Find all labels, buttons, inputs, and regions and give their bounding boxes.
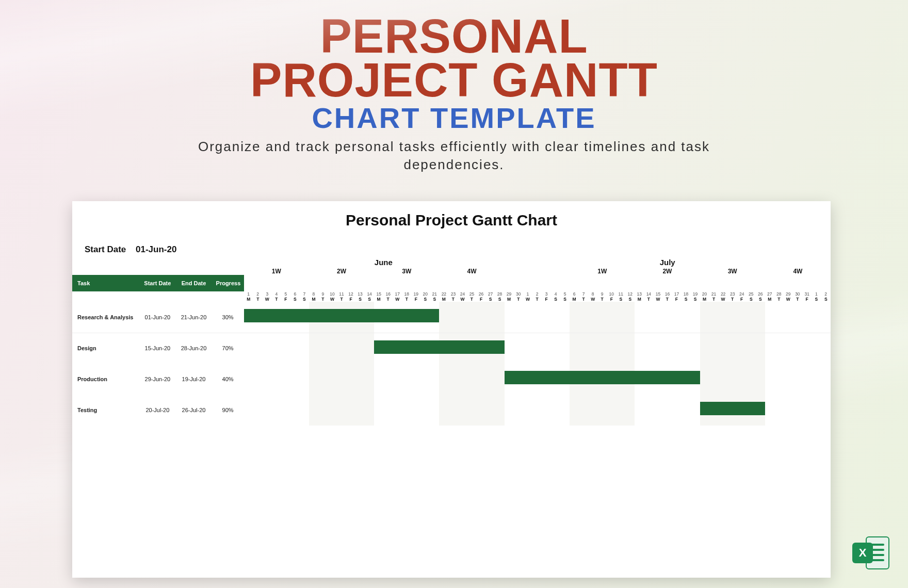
gantt-cell	[681, 364, 690, 395]
gantt-cell	[346, 395, 355, 426]
day-letter: T	[728, 297, 737, 302]
gantt-cell	[532, 333, 542, 364]
day-letter: M	[439, 297, 448, 302]
gantt-cell	[672, 364, 681, 395]
gantt-cell	[709, 395, 719, 426]
day-letter: S	[812, 297, 821, 302]
gantt-cell	[402, 302, 411, 333]
day-number: 14	[644, 291, 653, 297]
gantt-cell	[448, 333, 458, 364]
day-letter: M	[700, 297, 709, 302]
day-letter: M	[309, 297, 318, 302]
gantt-cell	[802, 302, 812, 333]
gantt-cell	[653, 302, 662, 333]
gantt-cell	[420, 395, 430, 426]
gantt-cell	[588, 333, 597, 364]
day-letter: W	[393, 297, 402, 302]
day-number: 18	[681, 291, 690, 297]
day-letter: W	[263, 297, 272, 302]
gantt-cell	[784, 395, 793, 426]
gantt-cell	[448, 364, 458, 395]
gantt-cell	[523, 333, 532, 364]
gantt-cell	[765, 302, 774, 333]
gantt-cell	[532, 395, 542, 426]
gantt-cell	[709, 333, 719, 364]
gantt-cell	[570, 302, 579, 333]
gantt-cell	[774, 333, 784, 364]
gantt-cell	[812, 302, 821, 333]
gantt-cell	[802, 364, 812, 395]
gantt-cell	[691, 395, 700, 426]
gantt-cell	[737, 364, 747, 395]
gantt-cell	[756, 302, 765, 333]
day-letter: M	[505, 297, 514, 302]
day-letter: F	[411, 297, 420, 302]
gantt-cell	[560, 395, 570, 426]
table-row: Production29-Jun-2019-Jul-2040%	[72, 364, 831, 395]
day-number: 27	[765, 291, 774, 297]
gantt-cell	[337, 395, 346, 426]
gantt-cell	[337, 364, 346, 395]
day-number: 25	[747, 291, 756, 297]
gantt-cell	[318, 302, 328, 333]
task-name: Testing	[72, 395, 139, 426]
task-value: 20-Jul-20	[139, 395, 175, 426]
gantt-cell	[328, 302, 337, 333]
gantt-cell	[365, 364, 374, 395]
gantt-cell	[290, 364, 300, 395]
gantt-cell	[514, 395, 523, 426]
table-row: Design15-Jun-2028-Jun-2070%	[72, 333, 831, 364]
excel-icon: X	[852, 536, 889, 569]
day-letter: S	[691, 297, 700, 302]
day-number: 7	[300, 291, 309, 297]
gantt-cell	[309, 395, 318, 426]
gantt-cell	[505, 302, 514, 333]
task-value: 01-Jun-20	[139, 302, 175, 333]
day-number: 23	[728, 291, 737, 297]
gantt-cell	[784, 333, 793, 364]
gantt-cell	[486, 364, 495, 395]
gantt-cell	[588, 364, 597, 395]
gantt-cell	[681, 395, 690, 426]
day-letter: F	[737, 297, 747, 302]
gantt-cell	[318, 364, 328, 395]
gantt-cell	[244, 333, 253, 364]
gantt-cell	[709, 364, 719, 395]
gantt-cell	[346, 302, 355, 333]
day-number: 19	[411, 291, 420, 297]
gantt-cell	[700, 302, 709, 333]
gantt-cell	[495, 302, 505, 333]
gantt-cell	[653, 395, 662, 426]
week-label: 2W	[635, 268, 700, 275]
gantt-cell	[644, 395, 653, 426]
week-label: 1W	[570, 268, 635, 275]
gantt-cell	[467, 395, 476, 426]
gantt-cell	[514, 364, 523, 395]
task-name: Production	[72, 364, 139, 395]
gantt-cell	[607, 364, 616, 395]
gantt-cell	[784, 364, 793, 395]
day-number: 20	[420, 291, 430, 297]
gantt-cell	[821, 364, 831, 395]
gantt-cell	[662, 395, 672, 426]
gantt-cell	[681, 333, 690, 364]
gantt-cell	[476, 364, 485, 395]
gantt-cell	[560, 364, 570, 395]
gantt-cell	[700, 395, 709, 426]
day-number: 8	[588, 291, 597, 297]
gantt-cell	[355, 395, 365, 426]
day-number: 17	[393, 291, 402, 297]
gantt-cell	[309, 333, 318, 364]
gantt-cell	[365, 395, 374, 426]
gantt-cell	[588, 395, 597, 426]
gantt-cell	[328, 364, 337, 395]
gantt-cell	[737, 395, 747, 426]
day-letter: T	[318, 297, 328, 302]
sheet-start-date: Start Date 01-Jun-20	[85, 244, 831, 255]
gantt-cell	[486, 302, 495, 333]
table-row: Research & Analysis01-Jun-2021-Jun-2030%	[72, 302, 831, 333]
day-letter: S	[821, 297, 831, 302]
gantt-cell	[616, 395, 625, 426]
gantt-cell	[812, 364, 821, 395]
gantt-cell	[318, 395, 328, 426]
